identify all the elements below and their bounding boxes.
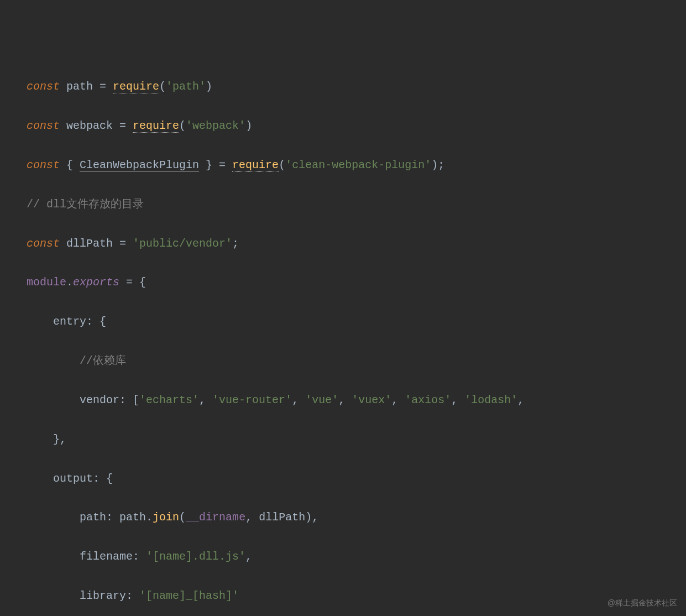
code-line: output: { xyxy=(27,469,531,488)
code-line: const path = require('path') xyxy=(27,77,531,96)
code-line: const { CleanWebpackPlugin } = require('… xyxy=(27,155,531,175)
code-editor: const path = require('path') const webpa… xyxy=(0,51,686,616)
line-number-gutter xyxy=(0,51,15,616)
code-line: vendor: ['echarts', 'vue-router', 'vue',… xyxy=(27,390,531,410)
code-line: path: path.join(__dirname, dllPath), xyxy=(27,508,531,527)
code-line: const dllPath = 'public/vendor'; xyxy=(27,234,531,253)
code-area[interactable]: const path = require('path') const webpa… xyxy=(15,51,531,616)
code-line: //依赖库 xyxy=(27,351,531,370)
code-line: const webpack = require('webpack') xyxy=(27,116,531,135)
code-line: entry: { xyxy=(27,312,531,331)
watermark-text: @稀土掘金技术社区 xyxy=(608,598,677,608)
code-line: // dll文件存放的目录 xyxy=(27,195,531,214)
code-line: }, xyxy=(27,430,531,449)
code-line: module.exports = { xyxy=(27,273,531,292)
code-line: filename: '[name].dll.js', xyxy=(27,547,531,566)
code-line: library: '[name]_[hash]' xyxy=(27,586,531,605)
